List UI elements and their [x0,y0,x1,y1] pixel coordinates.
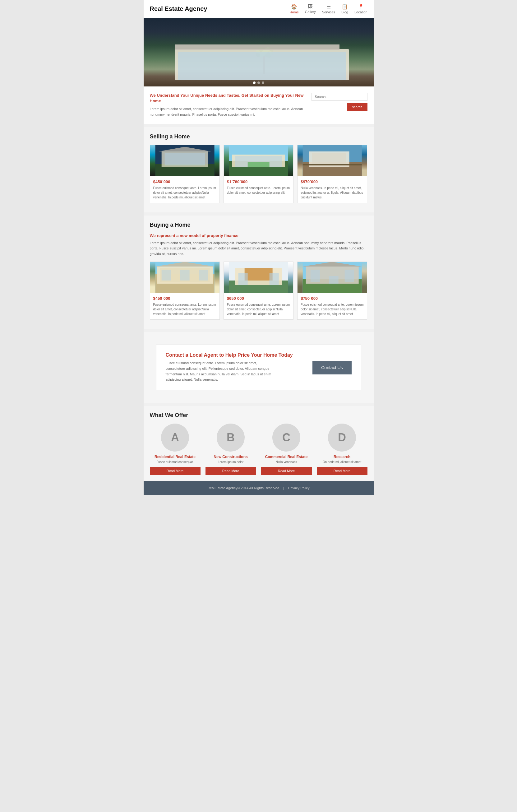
buying-property-3: $750`000 Fusce euismod consequat ante. L… [297,262,367,320]
offer-letter-a: A [171,431,179,444]
offer-letter-b: B [226,431,235,444]
gallery-icon: 🖼 [308,4,313,9]
selling-property-3-image [298,145,367,176]
footer-divider: | [283,486,284,490]
nav-home[interactable]: 🏠 Home [290,4,299,14]
svg-rect-39 [345,270,354,282]
offer-desc-constructions: Lorem ipsum dolor [218,460,244,464]
footer-copyright: Real Estate Agency© 2014 All Rights Rese… [207,486,279,490]
buying-property-2: $650`000 Fusce euismod consequat ante. L… [223,262,294,320]
contact-us-button[interactable]: Contact Us [312,361,351,374]
buying-property-grid: $450`000 Fusce euismod consequat ante. L… [150,262,367,320]
nav-gallery[interactable]: 🖼 Gallery [305,4,316,14]
offer-title-residential: Residential Real Estate [154,455,195,459]
offer-letter-d: D [338,431,346,444]
selling-property-3-desc: Nulla venenatis. In pede mi, aliquet sit… [301,186,364,200]
svg-rect-31 [238,273,247,285]
buying-property-2-price: $650`000 [227,296,290,301]
intro-content: We Understand Your Unique Needs and Tast… [150,93,311,118]
selling-title: Selling a Home [150,134,367,140]
offer-desc-residential: Fusce euismod consequat. [156,460,194,464]
buying-property-1-price: $450`000 [153,296,216,301]
svg-rect-17 [312,153,346,166]
offer-title-research: Research [334,455,351,459]
search-input[interactable] [311,93,367,101]
footer-privacy-link[interactable]: Privacy Policy [288,486,309,490]
offer-circle-c: C [272,424,300,452]
offer-btn-research[interactable]: Read More [317,467,367,475]
contact-banner-content: Contact a Local Agent to Help Price Your… [166,352,293,382]
svg-rect-38 [329,276,339,284]
carousel-dot-2[interactable] [257,82,260,84]
offer-card-residential: A Residential Real Estate Fusce euismod … [150,424,201,475]
contact-banner-text: Fusce euismod consequat ante. Lorem ipsu… [166,360,278,382]
buying-subtitle: We represent a new model of property fin… [150,233,367,238]
nav-blog-label: Blog [341,10,348,14]
offer-title-constructions: New Constructions [214,455,247,459]
offer-title: What We Offer [150,412,367,418]
svg-rect-30 [244,268,272,281]
selling-section: Selling a Home $450`000 Fusce euismod co… [144,127,374,212]
nav-services-label: Services [322,10,335,14]
search-button[interactable]: search [347,103,367,111]
selling-property-1-desc: Fusce euismod consequat ante. Lorem ipsu… [153,186,216,200]
offer-section: What We Offer A Residential Real Estate … [144,406,374,481]
home-icon: 🏠 [291,4,297,10]
buying-property-3-image [298,262,367,293]
offer-desc-commercial: Nulla venenatis [276,460,297,464]
intro-title: We Understand Your Unique Needs and Tast… [150,93,305,104]
nav-blog[interactable]: 📋 Blog [341,4,348,14]
offer-card-constructions: B New Constructions Lorem ipsum dolor Re… [206,424,256,475]
buying-text: Lorem ipsum dolor sit amet, consectetuer… [150,240,367,257]
offer-desc-research: On pede mi, aliquet sit amet [323,460,362,464]
contact-banner: Contact a Local Agent to Help Price Your… [156,345,361,390]
offer-btn-constructions[interactable]: Read More [206,467,256,475]
hero-banner [144,18,374,86]
selling-property-2: $1`780`000 Fusce euismod consequat ante.… [223,145,294,203]
buying-property-1-image [150,262,219,293]
selling-property-1: $450`000 Fusce euismod consequat ante. L… [150,145,220,203]
svg-rect-26 [199,270,208,281]
location-icon: 📍 [358,4,364,10]
svg-rect-24 [161,270,171,281]
selling-property-2-desc: Fusce euismod consequat ante. Lorem ipsu… [227,186,290,195]
offer-circle-b: B [217,424,245,452]
nav-gallery-label: Gallery [305,10,316,14]
selling-property-1-image [150,145,219,176]
carousel-dot-1[interactable] [253,82,255,84]
intro-section: We Understand Your Unique Needs and Tast… [144,86,374,124]
buying-property-3-desc: Fusce euismod consequat ante. Lorem ipsu… [301,302,364,316]
nav-services[interactable]: ☰ Services [322,4,335,14]
selling-property-grid: $450`000 Fusce euismod consequat ante. L… [150,145,367,203]
nav-home-label: Home [290,10,299,14]
offer-grid: A Residential Real Estate Fusce euismod … [150,424,367,475]
offer-circle-d: D [328,424,356,452]
house-glass [178,52,346,80]
offer-btn-commercial[interactable]: Read More [261,467,312,475]
nav-location-label: Location [355,10,367,14]
main-nav: 🏠 Home 🖼 Gallery ☰ Services 📋 Blog 📍 Loc… [290,4,367,14]
offer-card-research: D Research On pede mi, aliquet sit amet … [317,424,367,475]
svg-rect-7 [164,153,205,166]
svg-rect-37 [311,270,320,282]
buying-property-2-info: $650`000 Fusce euismod consequat ante. L… [224,293,293,319]
buying-property-1-desc: Fusce euismod consequat ante. Lorem ipsu… [153,302,216,316]
buying-property-1-info: $450`000 Fusce euismod consequat ante. L… [150,293,219,319]
offer-btn-residential[interactable]: Read More [150,467,201,475]
buying-property-3-info: $750`000 Fusce euismod consequat ante. L… [298,293,367,319]
offer-letter-c: C [282,431,291,444]
buying-section: Buying a Home We represent a new model o… [144,215,374,329]
intro-text: Lorem ipsum dolor sit amet, consectetuer… [150,106,305,117]
carousel-dot-3[interactable] [262,82,264,84]
house-roof [175,45,339,50]
site-logo: Real Estate Agency [150,5,207,12]
svg-rect-32 [269,273,278,285]
buying-property-2-desc: Fusce euismod consequat ante. Lorem ipsu… [227,302,290,316]
selling-property-2-info: $1`780`000 Fusce euismod consequat ante.… [224,176,293,198]
selling-property-3-info: $970`000 Nulla venenatis. In pede mi, al… [298,176,367,203]
nav-location[interactable]: 📍 Location [355,4,367,14]
footer: Real Estate Agency© 2014 All Rights Rese… [144,481,374,495]
selling-property-2-image [224,145,293,176]
buying-title: Buying a Home [150,222,367,228]
selling-property-1-info: $450`000 Fusce euismod consequat ante. L… [150,176,219,203]
